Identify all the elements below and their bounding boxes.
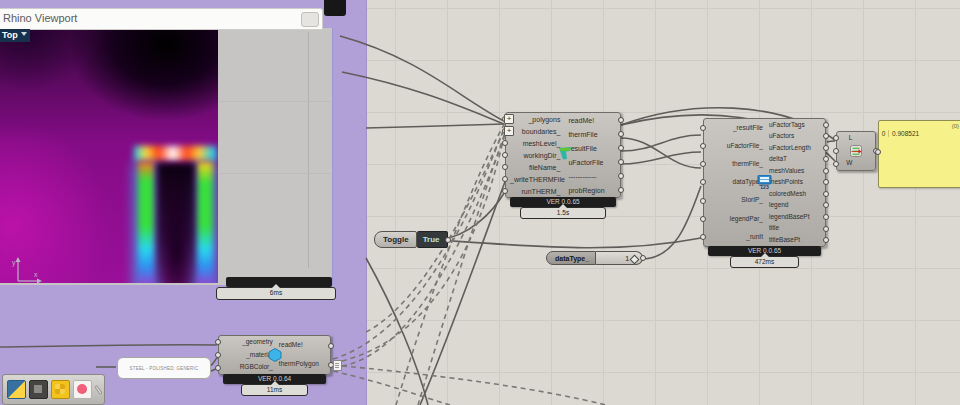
panel-divider xyxy=(308,32,309,268)
download-icon[interactable] xyxy=(29,380,48,399)
window-button[interactable] xyxy=(301,12,319,27)
therm-polygon-component[interactable]: _geometry _material RGBColor_ readMe! th… xyxy=(218,335,331,375)
output-param[interactable]: titleBasePt xyxy=(766,237,825,244)
viewport-tab-top[interactable]: Top xyxy=(0,29,30,42)
hidden-component-profiler-time: 6ms xyxy=(216,287,336,300)
axis-indicator: y x xyxy=(10,253,44,283)
input-param[interactable]: _runIt xyxy=(704,234,766,241)
tag-icon[interactable] xyxy=(94,385,102,395)
material-text: STEEL - POLISHED; GENERIC xyxy=(130,366,199,371)
slider-value: 1 xyxy=(625,255,629,262)
output-param[interactable]: legend xyxy=(766,202,825,209)
param-label: uFactorFile_ xyxy=(727,142,763,149)
input-param[interactable]: boundaries_ xyxy=(506,127,564,136)
input-param[interactable]: legendPar_ xyxy=(704,216,766,223)
window-edge-fragment xyxy=(324,0,346,16)
slider-handle[interactable] xyxy=(630,255,640,265)
output-param[interactable]: title xyxy=(766,225,825,232)
param-label: _polygons xyxy=(528,116,560,123)
param-label: SIorIP_ xyxy=(741,196,763,203)
list-item-icon xyxy=(850,145,863,158)
input-param[interactable]: _polygons xyxy=(506,115,564,124)
list-item-component[interactable]: L i W xyxy=(836,131,876,171)
input-param[interactable]: meshLevel_ xyxy=(506,139,564,148)
python-icon[interactable] xyxy=(7,380,26,399)
input-param[interactable]: _geometry xyxy=(219,339,276,346)
output-param[interactable]: uFactors xyxy=(766,133,825,140)
param-label: meshValues xyxy=(769,167,804,174)
axis-y-label: y xyxy=(12,259,16,267)
thermal-gradient-left-bar xyxy=(138,162,154,283)
output-param[interactable]: thermFile xyxy=(564,130,620,139)
input-column: _polygons boundaries_ meshLevel_ working… xyxy=(506,113,564,197)
param-label: legend xyxy=(769,201,789,208)
param-label: workingDir_ xyxy=(523,152,560,159)
param-label: runTHERM_ xyxy=(521,188,560,195)
param-label: thermPolygon xyxy=(279,360,319,367)
window-title-bar[interactable]: Rhino Viewport xyxy=(0,8,323,30)
output-param[interactable]: probRegion xyxy=(564,186,620,195)
flatten-icon[interactable] xyxy=(504,114,514,124)
data-panel[interactable]: {0} 0 0.908521 xyxy=(878,120,960,188)
param-label: probRegion xyxy=(568,187,604,194)
input-param[interactable]: uFactorFile_ xyxy=(704,143,766,150)
input-param[interactable]: _writeTHERMFile xyxy=(506,175,564,184)
svg-text:123: 123 xyxy=(761,184,770,190)
param-label: titleBasePt xyxy=(769,236,800,243)
rhino-viewport-window[interactable]: y x Rhino Viewport Top xyxy=(0,8,332,285)
output-param[interactable]: uFactorLength xyxy=(766,145,825,152)
param-label: boundaries_ xyxy=(522,128,561,135)
output-param[interactable]: coloredMesh xyxy=(766,191,825,198)
param-label: coloredMesh xyxy=(769,190,806,197)
flatten-icon[interactable] xyxy=(504,126,514,136)
numbers-icon: 123 xyxy=(757,175,772,190)
output-param[interactable]: meshPoints xyxy=(766,179,825,186)
output-param[interactable]: legendBasePt xyxy=(766,214,825,221)
param-label: title xyxy=(769,224,779,231)
output-param[interactable]: deltaT xyxy=(766,156,825,163)
panel-divider xyxy=(219,173,331,174)
therm-logo-icon xyxy=(557,145,573,161)
input-param[interactable]: thermFile_ xyxy=(704,161,766,168)
slider-track[interactable]: 1 xyxy=(596,251,643,265)
input-param[interactable]: _resultFile xyxy=(704,125,766,132)
ladybug-icon[interactable] xyxy=(73,380,92,399)
thermal-gradient-right-bar xyxy=(197,162,213,283)
input-param[interactable]: SIorIP_ xyxy=(704,197,766,204)
input-param[interactable]: L xyxy=(837,134,856,143)
output-param[interactable]: readMe! xyxy=(564,116,620,125)
clipboard-icon[interactable] xyxy=(333,360,342,371)
honeybee-icon[interactable] xyxy=(51,380,70,399)
output-param[interactable]: readMe! xyxy=(276,342,330,349)
boolean-toggle[interactable]: Toggle True xyxy=(374,231,448,248)
param-label: _geometry xyxy=(242,338,273,345)
input-param[interactable]: RGBColor_ xyxy=(219,364,276,371)
datatype-slider[interactable]: dataType_ 1 xyxy=(546,251,643,265)
write-therm-component[interactable]: _polygons boundaries_ meshLevel_ working… xyxy=(505,112,621,198)
panel-index: 0 xyxy=(879,130,889,137)
output-param[interactable]: thermPolygon xyxy=(276,361,330,368)
input-param[interactable]: W xyxy=(837,159,856,168)
output-param[interactable]: meshValues xyxy=(766,168,825,175)
param-label: legendBasePt xyxy=(769,213,809,220)
output-param[interactable]: uFactorTags xyxy=(766,122,825,129)
input-param[interactable]: workingDir_ xyxy=(506,151,564,160)
material-panel[interactable]: STEEL - POLISHED; GENERIC xyxy=(117,357,211,379)
thermal-hotspot-top xyxy=(134,146,217,161)
input-param[interactable]: runTHERM_ xyxy=(506,187,564,196)
profiler-time: 11ms xyxy=(241,384,308,397)
param-label: uFactors xyxy=(769,132,794,139)
component-toolbar[interactable] xyxy=(2,374,105,405)
toggle-value[interactable]: True xyxy=(417,231,448,248)
viewport-tab-label: Top xyxy=(2,30,18,40)
param-label: uFactorLength xyxy=(769,144,811,151)
output-param[interactable]: ------------ xyxy=(564,172,620,181)
input-param[interactable]: fileName_ xyxy=(506,163,564,172)
param-label: _writeTHERMFile xyxy=(510,176,565,183)
param-label: W xyxy=(846,159,852,166)
param-label: legendPar_ xyxy=(730,215,763,222)
param-label: fileName_ xyxy=(529,164,561,171)
thermal-render-view[interactable]: y x xyxy=(0,29,218,283)
read-therm-result-component[interactable]: _resultFile uFactorFile_ thermFile_ data… xyxy=(703,118,826,247)
chevron-down-icon xyxy=(21,32,27,36)
